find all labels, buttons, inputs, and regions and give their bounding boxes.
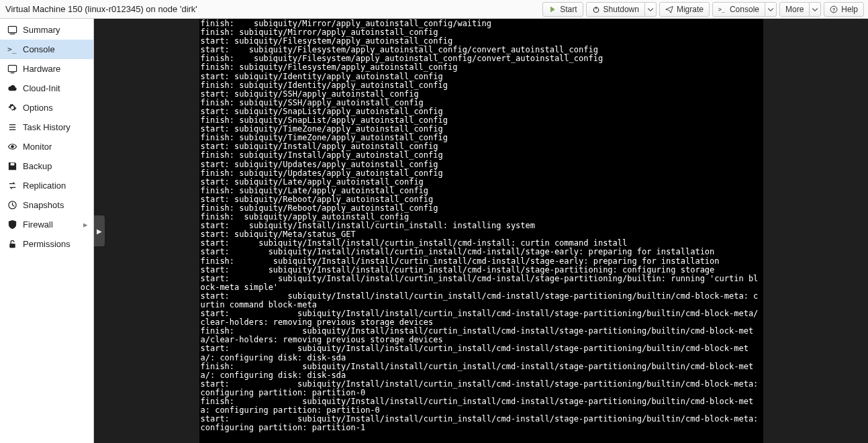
sidebar: Summary >_Console Hardware Cloud-Init Op… bbox=[0, 19, 94, 443]
sidebar-item-replication[interactable]: Replication bbox=[0, 176, 93, 195]
sidebar-item-label: Console bbox=[23, 44, 55, 54]
start-button[interactable]: Start bbox=[542, 2, 583, 17]
history-icon bbox=[7, 200, 17, 211]
terminal-icon: >_ bbox=[7, 44, 17, 55]
help-button[interactable]: ? Help bbox=[824, 2, 864, 17]
more-button[interactable]: More bbox=[779, 2, 810, 17]
terminal-icon: >_ bbox=[718, 5, 726, 13]
page-title: Virtual Machine 150 (linux-r012345) on n… bbox=[0, 4, 542, 14]
gear-icon bbox=[7, 103, 17, 113]
sidebar-item-console[interactable]: >_Console bbox=[0, 40, 93, 59]
sidebar-item-label: Hardware bbox=[23, 64, 60, 74]
toolbar: Start Shutdown Migrate >_ Console More bbox=[542, 2, 868, 17]
more-label: More bbox=[785, 5, 804, 14]
vm-console-output[interactable]: finish: subiquity/Mirror/apply_autoinsta… bbox=[199, 19, 763, 443]
svg-rect-8 bbox=[8, 65, 16, 71]
sidebar-item-label: Snapshots bbox=[23, 200, 64, 210]
shield-icon bbox=[7, 219, 17, 230]
shutdown-dropdown[interactable] bbox=[644, 2, 657, 17]
chevron-down-icon bbox=[646, 5, 655, 13]
chevron-down-icon bbox=[767, 5, 775, 13]
sidebar-item-snapshots[interactable]: Snapshots bbox=[0, 195, 93, 215]
sidebar-item-task-history[interactable]: Task History bbox=[0, 117, 93, 137]
shutdown-button[interactable]: Shutdown bbox=[586, 2, 645, 17]
list-icon bbox=[7, 122, 17, 133]
svg-point-13 bbox=[11, 146, 13, 148]
power-icon bbox=[592, 5, 600, 13]
summary-icon bbox=[7, 25, 17, 36]
sidebar-item-monitor[interactable]: Monitor bbox=[0, 137, 93, 156]
chevron-down-icon bbox=[811, 5, 819, 13]
help-label: Help bbox=[841, 5, 858, 14]
svg-text:>_: >_ bbox=[718, 6, 725, 13]
sidebar-item-label: Options bbox=[23, 103, 53, 113]
console-dropdown[interactable] bbox=[765, 2, 777, 17]
help-icon: ? bbox=[830, 5, 838, 13]
sidebar-item-options[interactable]: Options bbox=[0, 98, 93, 117]
paper-plane-icon bbox=[665, 5, 673, 13]
sidebar-item-firewall[interactable]: Firewall▸ bbox=[0, 215, 93, 234]
content-area: ▶ finish: subiquity/Mirror/apply_autoins… bbox=[94, 19, 868, 443]
console-button[interactable]: >_ Console bbox=[712, 2, 765, 17]
sidebar-item-label: Summary bbox=[23, 25, 60, 35]
migrate-button[interactable]: Migrate bbox=[659, 2, 710, 17]
cloud-icon bbox=[7, 83, 17, 94]
hardware-icon bbox=[7, 64, 17, 75]
svg-text:>_: >_ bbox=[7, 45, 17, 54]
svg-rect-15 bbox=[9, 244, 15, 248]
unlock-icon bbox=[7, 239, 17, 250]
sidebar-item-label: Permissions bbox=[23, 239, 70, 249]
migrate-label: Migrate bbox=[677, 5, 704, 14]
sidebar-item-label: Replication bbox=[23, 181, 66, 191]
sidebar-item-label: Firewall bbox=[23, 219, 53, 230]
save-icon bbox=[7, 161, 17, 172]
sidebar-item-label: Task History bbox=[23, 122, 70, 132]
svg-rect-5 bbox=[8, 26, 16, 32]
sidebar-item-backup[interactable]: Backup bbox=[0, 156, 93, 176]
eye-icon bbox=[7, 142, 17, 152]
start-label: Start bbox=[560, 5, 577, 14]
sidebar-item-summary[interactable]: Summary bbox=[0, 20, 93, 40]
play-icon bbox=[548, 5, 557, 13]
sidebar-item-label: Backup bbox=[23, 161, 52, 171]
sidebar-item-cloud-init[interactable]: Cloud-Init bbox=[0, 79, 93, 98]
sidebar-collapse-handle[interactable]: ▶ bbox=[94, 215, 105, 246]
sidebar-item-permissions[interactable]: Permissions bbox=[0, 234, 93, 254]
more-dropdown[interactable] bbox=[809, 2, 821, 17]
sidebar-item-label: Cloud-Init bbox=[23, 83, 60, 93]
chevron-right-icon: ▸ bbox=[83, 219, 88, 230]
console-label: Console bbox=[730, 5, 759, 14]
shutdown-label: Shutdown bbox=[604, 5, 639, 14]
sync-icon bbox=[7, 181, 17, 191]
svg-text:?: ? bbox=[832, 7, 835, 11]
sidebar-item-label: Monitor bbox=[23, 142, 52, 152]
sidebar-item-hardware[interactable]: Hardware bbox=[0, 59, 93, 79]
